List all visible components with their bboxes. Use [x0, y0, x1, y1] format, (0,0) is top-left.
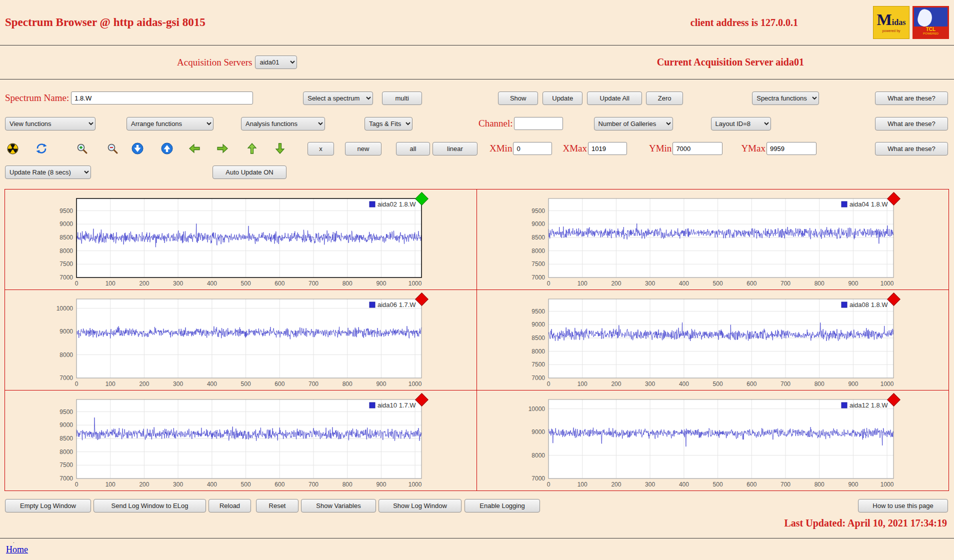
ymax-label: YMax: [741, 143, 766, 154]
spectrum-chart[interactable]: 7000750080008500900095000100200300400500…: [521, 297, 906, 390]
y-tick-label: 8000: [532, 452, 545, 459]
spectrum-chart[interactable]: 7000750080008500900095000100200300400500…: [49, 398, 434, 490]
ymax-input[interactable]: [766, 142, 816, 155]
home-link[interactable]: Home: [6, 544, 28, 554]
spectrum-chart[interactable]: 7000800090001000001002003004005006007008…: [49, 297, 434, 390]
spectrum-name-label: Spectrum Name:: [5, 92, 69, 104]
spectrum-chart[interactable]: 7000750080008500900095000100200300400500…: [49, 196, 434, 290]
y-tick-label: 7000: [60, 475, 73, 482]
enable-logging-button[interactable]: Enable Logging: [464, 499, 540, 512]
legend-label: aida12 1.8.W: [850, 402, 888, 409]
what-are-these-button-toolbar[interactable]: What are these?: [875, 142, 948, 156]
x-tick-label: 900: [376, 280, 386, 287]
multi-button[interactable]: multi: [382, 92, 422, 105]
ymin-input[interactable]: [672, 142, 722, 155]
radiation-icon[interactable]: [6, 142, 18, 154]
show-log-window-button[interactable]: Show Log Window: [378, 499, 462, 512]
all-button[interactable]: all: [396, 142, 430, 156]
x-tick-label: 100: [578, 380, 588, 388]
acquisition-server-select[interactable]: aida01: [255, 56, 297, 69]
analysis-functions-dropdown[interactable]: Analysis functions: [241, 117, 325, 130]
spectrum-chart[interactable]: 7000800090001000001002003004005006007008…: [521, 398, 906, 490]
y-tick-label: 7500: [532, 260, 545, 268]
show-variables-button[interactable]: Show Variables: [301, 499, 376, 512]
legend-label: aida06 1.7.W: [378, 301, 416, 308]
reset-button[interactable]: Reset: [256, 499, 298, 512]
y-tick-label: 8500: [60, 234, 73, 241]
send-log-elog-button[interactable]: Send Log Window to ELog: [94, 499, 206, 512]
spectrum-panel-aida04[interactable]: 7000750080008500900095000100200300400500…: [477, 190, 949, 290]
scroll-down-icon[interactable]: [132, 142, 144, 154]
spectrum-name-input[interactable]: [71, 92, 253, 104]
x-tick-label: 100: [106, 380, 116, 388]
x-tick-label: 300: [173, 380, 183, 388]
tcl-feather-icon: [916, 8, 934, 28]
pan-down-icon[interactable]: [274, 142, 286, 154]
xmin-label: XMin: [490, 143, 512, 154]
auto-update-button[interactable]: Auto Update ON: [212, 166, 286, 179]
spectrum-panel-aida02[interactable]: 7000750080008500900095000100200300400500…: [5, 190, 477, 290]
y-tick-label: 8500: [532, 334, 545, 342]
spectrum-panel-aida10[interactable]: 7000750080008500900095000100200300400500…: [5, 390, 477, 491]
empty-log-button[interactable]: Empty Log Window: [5, 499, 91, 512]
legend-marker: [370, 402, 375, 408]
x-tick-label: 700: [308, 380, 318, 388]
refresh-icon[interactable]: [36, 142, 48, 154]
what-are-these-button-functions[interactable]: What are these?: [875, 117, 948, 130]
x-tick-label: 1000: [880, 481, 894, 488]
spectra-functions-dropdown[interactable]: Spectra functions: [752, 92, 819, 105]
x-tick-label: 700: [308, 280, 318, 287]
show-button[interactable]: Show: [498, 92, 538, 105]
x-tick-label: 1000: [408, 280, 422, 287]
galleries-dropdown[interactable]: Number of Galleries: [594, 117, 673, 130]
pan-left-icon[interactable]: [188, 142, 200, 154]
how-to-use-button[interactable]: How to use this page: [858, 499, 948, 512]
spectrum-panel-aida06[interactable]: 7000800090001000001002003004005006007008…: [5, 290, 477, 390]
channel-input[interactable]: [514, 117, 563, 130]
tcl-logo[interactable]: TCL POWERED: [912, 6, 949, 39]
tags-fits-dropdown[interactable]: Tags & Fits: [364, 117, 412, 130]
x-tick-label: 800: [342, 380, 352, 388]
tcl-band: TCL POWERED: [914, 26, 948, 38]
x-tick-label: 0: [75, 280, 78, 287]
spectrum-panel-aida12[interactable]: 7000800090001000001002003004005006007008…: [477, 390, 949, 491]
update-rate-dropdown[interactable]: Update Rate (8 secs): [5, 166, 91, 179]
zoom-out-icon[interactable]: [106, 142, 118, 154]
x-axis-button[interactable]: x: [308, 142, 334, 156]
scroll-up-icon[interactable]: [161, 142, 173, 154]
spectrum-chart[interactable]: 7000750080008500900095000100200300400500…: [521, 196, 906, 290]
spectrum-panel-aida08[interactable]: 7000750080008500900095000100200300400500…: [477, 290, 949, 390]
x-tick-label: 200: [611, 380, 621, 388]
x-tick-label: 900: [848, 380, 858, 388]
y-tick-label: 8500: [60, 435, 73, 442]
update-all-button[interactable]: Update All: [587, 92, 642, 105]
new-button[interactable]: new: [345, 142, 382, 156]
y-tick-label: 9000: [60, 328, 73, 335]
pan-up-icon[interactable]: [246, 142, 258, 154]
what-are-these-button-spectrum[interactable]: What are these?: [875, 92, 948, 105]
y-tick-label: 9000: [532, 220, 545, 228]
log-buttons-row: Empty Log Window Send Log Window to ELog…: [0, 498, 954, 512]
select-spectrum-dropdown[interactable]: Select a spectrum: [303, 92, 373, 105]
zero-button[interactable]: Zero: [646, 92, 683, 105]
xmin-input[interactable]: [513, 142, 552, 155]
y-tick-label: 9000: [532, 321, 545, 328]
x-tick-label: 200: [139, 280, 149, 287]
xmax-input[interactable]: [588, 142, 627, 155]
arrange-functions-dropdown[interactable]: Arrange functions: [126, 117, 214, 130]
x-tick-label: 500: [241, 280, 251, 287]
x-tick-label: 800: [342, 481, 352, 488]
legend-marker: [842, 402, 847, 408]
linear-button[interactable]: linear: [432, 142, 478, 156]
x-tick-label: 200: [139, 481, 149, 488]
zoom-in-icon[interactable]: [76, 142, 88, 154]
y-tick-label: 7000: [532, 274, 545, 281]
pan-right-icon[interactable]: [216, 142, 228, 154]
update-button[interactable]: Update: [542, 92, 582, 105]
last-updated-row: Last Updated: April 10, 2021 17:34:19: [0, 518, 954, 530]
layout-dropdown[interactable]: Layout ID=8: [711, 117, 771, 130]
spectrum-gallery-grid: 7000750080008500900095000100200300400500…: [4, 189, 949, 491]
midas-logo[interactable]: Midas powered by: [873, 6, 910, 39]
reload-button[interactable]: Reload: [208, 499, 251, 512]
view-functions-dropdown[interactable]: View functions: [5, 117, 96, 130]
